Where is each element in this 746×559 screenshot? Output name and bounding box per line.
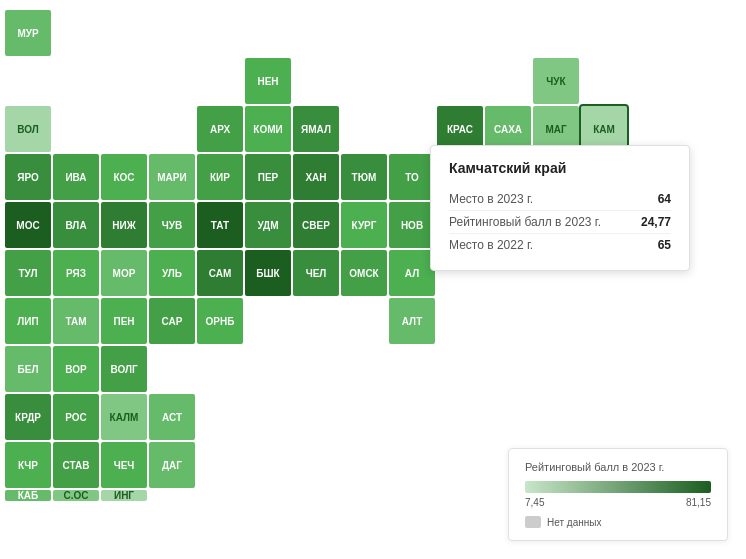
map-cell-сам[interactable]: САМ: [197, 250, 243, 296]
map-cell-пер[interactable]: ПЕР: [245, 154, 291, 200]
legend-nodata-label: Нет данных: [547, 517, 601, 528]
map-cell-чеч[interactable]: ЧЕЧ: [101, 442, 147, 488]
map-cell-empty: [341, 106, 387, 152]
map-cell-empty: [149, 10, 195, 56]
map-cell-тюм[interactable]: ТЮМ: [341, 154, 387, 200]
map-cell-крдр[interactable]: КРДР: [5, 394, 51, 440]
map-cell-мари[interactable]: МАРИ: [149, 154, 195, 200]
map-cell-нен[interactable]: НЕН: [245, 58, 291, 104]
map-cell-кчр[interactable]: КЧР: [5, 442, 51, 488]
map-cell-чук[interactable]: ЧУК: [533, 58, 579, 104]
map-cell-empty: [197, 10, 243, 56]
map-cell-empty: [149, 346, 195, 392]
map-cell-нов[interactable]: НОВ: [389, 202, 435, 248]
map-cell-empty: [341, 490, 387, 501]
map-cell-ива[interactable]: ИВА: [53, 154, 99, 200]
map-cell-empty: [245, 298, 291, 344]
map-cell-рос[interactable]: РОС: [53, 394, 99, 440]
region-tooltip: Камчатский край Место в 2023 г.64Рейтинг…: [430, 145, 690, 271]
map-cell-empty: [197, 394, 243, 440]
legend: Рейтинговый балл в 2023 г. 7,45 81,15 Не…: [508, 448, 728, 541]
map-cell-тул[interactable]: ТУЛ: [5, 250, 51, 296]
map-cell-кос[interactable]: КОС: [101, 154, 147, 200]
map-cell-empty: [341, 10, 387, 56]
legend-nodata: Нет данных: [525, 516, 711, 528]
map-cell-пен[interactable]: ПЕН: [101, 298, 147, 344]
map-cell-empty: [101, 10, 147, 56]
map-cell-мур[interactable]: МУР: [5, 10, 51, 56]
tooltip-title: Камчатский край: [449, 160, 671, 176]
map-cell-орнб[interactable]: ОРНБ: [197, 298, 243, 344]
map-cell-даг[interactable]: ДАГ: [149, 442, 195, 488]
map-cell-то[interactable]: ТО: [389, 154, 435, 200]
map-cell-empty: [293, 346, 339, 392]
map-cell-мор[interactable]: МОР: [101, 250, 147, 296]
map-cell-тат[interactable]: ТАТ: [197, 202, 243, 248]
map-cell-став[interactable]: СТАВ: [53, 442, 99, 488]
map-cell-empty: [197, 346, 243, 392]
map-cell-там[interactable]: ТАМ: [53, 298, 99, 344]
map-cell-свер[interactable]: СВЕР: [293, 202, 339, 248]
map-cell-аст[interactable]: АСТ: [149, 394, 195, 440]
map-cell-empty: [437, 58, 483, 104]
map-cell-омск[interactable]: ОМСК: [341, 250, 387, 296]
map-cell-волг[interactable]: ВОЛГ: [101, 346, 147, 392]
map-cell-вол[interactable]: ВОЛ: [5, 106, 51, 152]
map-cell-каб[interactable]: КАБ: [5, 490, 51, 501]
map-cell-коми[interactable]: КОМИ: [245, 106, 291, 152]
tooltip-row: Рейтинговый балл в 2023 г.24,77: [449, 211, 671, 234]
map-cell-empty: [533, 298, 579, 344]
map-cell-empty: [581, 394, 627, 440]
map-cell-ряз[interactable]: РЯЗ: [53, 250, 99, 296]
map-cell-сар[interactable]: САР: [149, 298, 195, 344]
map-cell-empty: [341, 58, 387, 104]
map-cell-empty: [245, 442, 291, 488]
map-cell-мос[interactable]: МОС: [5, 202, 51, 248]
map-cell-empty: [389, 106, 435, 152]
map-cell-калм[interactable]: КАЛМ: [101, 394, 147, 440]
legend-max: 81,15: [686, 497, 711, 508]
map-cell-empty: [341, 298, 387, 344]
map-cell-арх[interactable]: АРХ: [197, 106, 243, 152]
map-cell-яро[interactable]: ЯРО: [5, 154, 51, 200]
map-cell-empty: [293, 298, 339, 344]
map-cell-инг[interactable]: ИНГ: [101, 490, 147, 501]
map-cell-empty: [533, 10, 579, 56]
map-cell-вла[interactable]: ВЛА: [53, 202, 99, 248]
map-cell-с.ос[interactable]: С.ОС: [53, 490, 99, 501]
map-cell-алт[interactable]: АЛТ: [389, 298, 435, 344]
map-cell-чув[interactable]: ЧУВ: [149, 202, 195, 248]
map-cell-empty: [245, 490, 291, 501]
map-cell-empty: [581, 58, 627, 104]
map-cell-empty: [293, 58, 339, 104]
map-cell-empty: [197, 490, 243, 501]
map-cell-empty: [437, 442, 483, 488]
map-cell-empty: [293, 490, 339, 501]
map-cell-empty: [437, 394, 483, 440]
map-cell-empty: [197, 58, 243, 104]
map-cell-empty: [341, 346, 387, 392]
map-cell-ал[interactable]: АЛ: [389, 250, 435, 296]
map-cell-empty: [485, 394, 531, 440]
legend-labels: 7,45 81,15: [525, 497, 711, 508]
map-cell-вор[interactable]: ВОР: [53, 346, 99, 392]
map-cell-empty: [341, 394, 387, 440]
map-cell-бшк[interactable]: БШК: [245, 250, 291, 296]
map-cell-лип[interactable]: ЛИП: [5, 298, 51, 344]
map-cell-empty: [485, 346, 531, 392]
map-cell-empty: [533, 394, 579, 440]
map-cell-ямал[interactable]: ЯМАЛ: [293, 106, 339, 152]
map-cell-ниж[interactable]: НИЖ: [101, 202, 147, 248]
map-cell-удм[interactable]: УДМ: [245, 202, 291, 248]
map-cell-уль[interactable]: УЛЬ: [149, 250, 195, 296]
map-cell-empty: [485, 58, 531, 104]
map-cell-чел[interactable]: ЧЕЛ: [293, 250, 339, 296]
map-cell-empty: [581, 346, 627, 392]
map-cell-empty: [485, 298, 531, 344]
map-cell-empty: [389, 346, 435, 392]
map-cell-хан[interactable]: ХАН: [293, 154, 339, 200]
map-cell-бел[interactable]: БЕЛ: [5, 346, 51, 392]
map-cell-кир[interactable]: КИР: [197, 154, 243, 200]
map-cell-кург[interactable]: КУРГ: [341, 202, 387, 248]
map-cell-empty: [149, 106, 195, 152]
